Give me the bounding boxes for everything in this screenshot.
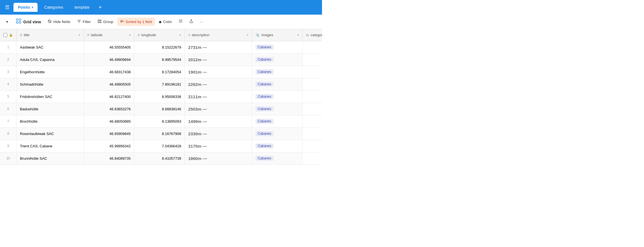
row-description-value: 2262m — [185, 82, 252, 87]
row-category-cell[interactable]: Cabanes [252, 66, 303, 78]
row-category-cell[interactable]: Cabanes [252, 127, 303, 140]
filter-label: Filter [83, 20, 91, 24]
dropdown-arrow-icon: ▾ [6, 20, 8, 24]
svg-rect-2 [16, 22, 18, 23]
filter-button[interactable]: Filter [74, 18, 94, 26]
row-category-cell[interactable]: Cabanes [252, 53, 303, 66]
hide-fields-label: Hide fields [53, 20, 70, 24]
row-latitude-cell[interactable]: 45.99956342 [84, 140, 134, 152]
color-button[interactable]: ◆ Color [156, 18, 175, 26]
hamburger-icon[interactable]: ☰ [3, 3, 11, 12]
row-latitude-cell[interactable]: 46.63653276 [84, 103, 134, 115]
row-title-cell[interactable]: Fridolinshütten SAC [17, 90, 84, 103]
row-longitude-cell[interactable]: 8.41057739 [134, 152, 185, 164]
row-number: 7 [7, 119, 9, 123]
row-longitude-cell[interactable]: 8.16767908 [134, 127, 185, 140]
tab-template[interactable]: template [70, 3, 94, 12]
th-category[interactable]: ⇆ category ▾ [303, 29, 322, 41]
row-longitude-cell[interactable]: 8.99579544 [134, 53, 185, 66]
row-description-cell[interactable]: 1860m — [185, 152, 252, 164]
th-longitude[interactable]: # longitude ▾ [134, 29, 185, 41]
row-longitude-cell[interactable]: 8.95006336 [134, 90, 185, 103]
row-longitude-cell[interactable]: 8.13895093 [134, 115, 185, 127]
more-button[interactable]: ··· [197, 18, 206, 26]
row-description-cell[interactable]: 2503m — [185, 103, 252, 115]
row-description-cell[interactable]: 3170m — [185, 140, 252, 152]
row-category-cell[interactable]: Cabanes [252, 115, 303, 127]
th-checkbox: 🔒 [0, 29, 17, 41]
row-latitude-value: 46.65909845 [84, 132, 134, 136]
th-description[interactable]: ≡ description ▾ [185, 29, 252, 41]
row-category-cell[interactable]: Cabanes [252, 90, 303, 103]
table-row[interactable]: 5 Fridolinshütten SAC 46.82127400 8.9500… [0, 90, 322, 103]
row-title-cell[interactable]: Rosenlauibiwak SAC [17, 127, 84, 140]
th-title[interactable]: A title ▾ [17, 29, 84, 41]
table-row[interactable]: 6 Badushütte 46.63653276 8.66838146 2503… [0, 103, 322, 115]
row-latitude-cell[interactable]: 46.65909845 [84, 127, 134, 140]
row-longitude-cell[interactable]: 8.15222679 [134, 41, 185, 53]
table-row[interactable]: 7 Brochhütte 46.68050885 8.13895093 1499… [0, 115, 322, 127]
table-row[interactable]: 4 Schmadrihütte 46.49905505 7.89196181 2… [0, 78, 322, 90]
row-num-cell: 4 [0, 78, 17, 90]
row-latitude-cell[interactable]: 46.82127400 [84, 90, 134, 103]
row-title-cell[interactable]: Trient CAS, Cabane [17, 140, 84, 152]
group-button[interactable]: Group [95, 18, 116, 26]
row-latitude-cell[interactable]: 46.49905505 [84, 78, 134, 90]
tab-points[interactable]: Points ▾ [13, 3, 38, 12]
row-description-cell[interactable]: 2262m — [185, 78, 252, 90]
row-latitude-cell[interactable]: 46.49909694 [84, 53, 134, 66]
table-row[interactable]: 2 Adula CAS, Capanna 46.49909694 8.99579… [0, 53, 322, 66]
row-category-cell[interactable]: Cabanes [252, 103, 303, 115]
row-number: 10 [6, 156, 10, 160]
row-num-cell: 9 [0, 140, 17, 152]
row-latitude-cell[interactable]: 46.84089735 [84, 152, 134, 164]
row-description-cell[interactable]: 2330m — [185, 127, 252, 140]
row-title-cell[interactable]: Schmadrihütte [17, 78, 84, 90]
add-tab-button[interactable]: + [96, 3, 104, 12]
row-title-value: Engelhornhütte [17, 70, 84, 74]
row-longitude-cell[interactable]: 8.66838146 [134, 103, 185, 115]
row-longitude-cell[interactable]: 8.17284054 [134, 66, 185, 78]
row-title-cell[interactable]: Adula CAS, Capanna [17, 53, 84, 66]
th-title-label: title [24, 33, 29, 37]
table-row[interactable]: 9 Trient CAS, Cabane 45.99956342 7.04366… [0, 140, 322, 152]
table-row[interactable]: 10 Brunnihütte SAC 46.84089735 8.4105773… [0, 152, 322, 164]
row-latitude-cell[interactable]: 46.68317438 [84, 66, 134, 78]
row-latitude-cell[interactable]: 46.68050885 [84, 115, 134, 127]
row-category-cell[interactable]: Cabanes [252, 152, 303, 164]
hide-fields-button[interactable]: Hide fields [45, 18, 73, 26]
row-title-cell[interactable]: Brochhütte [17, 115, 84, 127]
th-latitude[interactable]: # latitude ▾ [84, 29, 134, 41]
table-row[interactable]: 3 Engelhornhütte 46.68317438 8.17284054 … [0, 66, 322, 78]
row-description-cell[interactable]: 1901m — [185, 66, 252, 78]
row-num-cell: 2 [0, 53, 17, 66]
row-category-cell[interactable]: Cabanes [252, 41, 303, 53]
row-title-cell[interactable]: Engelhornhütte [17, 66, 84, 78]
row-category-cell[interactable]: Cabanes [252, 78, 303, 90]
sorted-button[interactable]: Sorted by 1 field [117, 18, 155, 26]
row-title-value: Brunnihütte SAC [17, 156, 84, 161]
view-dropdown-button[interactable]: ▾ [3, 18, 11, 26]
share-button[interactable] [187, 18, 196, 26]
table-row[interactable]: 8 Rosenlauibiwak SAC 46.65909845 8.16767… [0, 127, 322, 140]
row-number: 8 [7, 132, 9, 136]
row-latitude-cell[interactable]: 46.55555405 [84, 41, 134, 53]
longitude-type-icon: # [138, 33, 140, 37]
row-title-cell[interactable]: Brunnihütte SAC [17, 152, 84, 164]
row-height-button[interactable] [176, 18, 185, 26]
row-description-cell[interactable]: 2731m — [185, 41, 252, 53]
th-images[interactable]: 📎 images ▾ [252, 29, 303, 41]
tab-categories[interactable]: Categories [40, 3, 68, 12]
row-longitude-cell[interactable]: 7.89196181 [134, 78, 185, 90]
row-title-cell[interactable]: Aarbiwak SAC [17, 41, 84, 53]
row-category-cell[interactable]: Cabanes [252, 140, 303, 152]
select-all-checkbox[interactable] [3, 33, 7, 37]
row-description-cell[interactable]: 2012m — [185, 53, 252, 66]
table-row[interactable]: 1 Aarbiwak SAC 46.55555405 8.15222679 27… [0, 41, 322, 53]
row-title-cell[interactable]: Badushütte [17, 103, 84, 115]
row-longitude-cell[interactable]: 7.04366428 [134, 140, 185, 152]
row-description-cell[interactable]: 2111m — [185, 90, 252, 103]
table-header-row: 🔒 A title ▾ # latitude ▾ [0, 29, 322, 41]
row-description-cell[interactable]: 1499m — [185, 115, 252, 127]
row-description-value: 2330m — [185, 131, 252, 136]
